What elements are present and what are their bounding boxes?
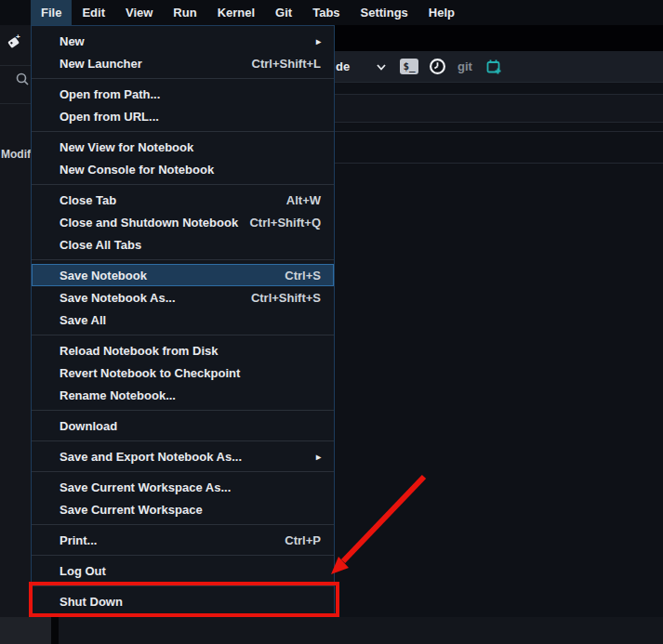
menu-item-print[interactable]: Print...Ctrl+P [32,529,334,551]
last-modified-column-header[interactable]: Modifie [1,148,32,161]
clock-icon[interactable] [429,51,446,82]
menubar-item-kernel[interactable]: Kernel [207,0,265,25]
terminal-icon[interactable]: $_ [400,51,418,82]
menu-item-shortcut: Ctrl+Shift+S [251,291,321,305]
menu-item-label: Revert Notebook to Checkpoint [60,366,240,380]
submenu-arrow-icon: ▸ [316,452,321,462]
jupyterlab-window: FileEditViewRunKernelGitTabsSettingsHelp… [0,0,663,644]
menu-item-label: Shut Down [60,595,123,609]
menu-item-label: Close Tab [60,193,116,207]
search-icon[interactable] [15,72,30,90]
menu-item-new[interactable]: New▸ [32,30,334,52]
tag-plus-icon[interactable]: + [5,33,21,54]
chevron-down-icon[interactable] [375,51,388,82]
menu-item-shut-down[interactable]: Shut Down [32,590,334,612]
menu-item-label: Open from Path... [60,87,160,101]
sidebar-boundary [51,617,59,644]
menu-item-new-console-for-notebook[interactable]: New Console for Notebook [32,158,334,180]
menu-separator [32,471,334,472]
menubar-item-edit[interactable]: Edit [72,0,115,25]
menu-item-label: Save Current Workspace [60,503,203,517]
menu-item-new-view-for-notebook[interactable]: New View for Notebook [32,136,334,158]
menubar-item-file[interactable]: File [31,0,72,25]
menubar-item-settings[interactable]: Settings [351,0,418,25]
menubar-item-tabs[interactable]: Tabs [302,0,350,25]
menu-item-label: Print... [60,533,97,547]
status-bar [59,617,663,644]
menu-item-save-notebook-as[interactable]: Save Notebook As...Ctrl+Shift+S [32,286,334,309]
left-sidebar: + Modifie [0,25,31,617]
menu-item-label: New Launcher [60,57,142,71]
menu-item-save-current-workspace-as[interactable]: Save Current Workspace As... [32,476,334,498]
git-label[interactable]: git [457,51,472,82]
menu-separator [32,410,334,411]
menu-item-shortcut: Ctrl+P [285,533,321,547]
menu-separator [32,555,334,556]
sidebar-divider [0,65,31,66]
cell-type-dropdown[interactable]: de [336,51,350,82]
status-bar-left [0,617,51,644]
menu-item-download[interactable]: Download [32,414,334,437]
menu-item-close-and-shutdown-notebook[interactable]: Close and Shutdown NotebookCtrl+Shift+Q [32,211,334,233]
menu-item-label: New Console for Notebook [60,163,214,177]
menu-separator [32,440,334,441]
sidebar-divider [0,103,31,104]
menu-item-label: Log Out [60,564,106,578]
menu-item-open-from-url[interactable]: Open from URL... [32,105,334,127]
menu-separator [32,78,334,79]
submenu-arrow-icon: ▸ [316,36,321,46]
menu-item-close-tab[interactable]: Close TabAlt+W [32,189,334,211]
menu-item-label: Rename Notebook... [60,388,176,402]
annotation-arrow-shaft [343,477,424,561]
menu-item-label: Download [60,419,117,433]
menu-item-close-all-tabs[interactable]: Close All Tabs [32,233,334,256]
menu-item-open-from-path[interactable]: Open from Path... [32,83,334,105]
menu-item-label: Save Notebook [60,269,147,283]
menu-item-label: Save and Export Notebook As... [60,450,242,464]
menu-item-label: Reload Notebook from Disk [60,344,218,358]
menu-item-label: Open from URL... [60,110,159,124]
menu-item-label: Close and Shutdown Notebook [60,216,238,230]
menu-separator [32,131,334,132]
menu-item-shortcut: Alt+W [286,193,321,207]
menu-item-label: Save All [60,313,106,327]
menu-item-save-current-workspace[interactable]: Save Current Workspace [32,498,334,520]
menu-item-shortcut: Ctrl+Shift+Q [249,216,321,230]
menu-item-label: New [60,34,85,48]
menu-item-save-all[interactable]: Save All [32,309,334,331]
menu-item-reload-notebook-from-disk[interactable]: Reload Notebook from Disk [32,339,334,361]
menu-item-rename-notebook[interactable]: Rename Notebook... [32,384,334,406]
menubar-item-help[interactable]: Help [418,0,465,25]
menu-item-log-out[interactable]: Log Out [32,559,334,582]
menubar-item-view[interactable]: View [115,0,163,25]
file-menu-panel: New▸New LauncherCtrl+Shift+LOpen from Pa… [31,25,335,617]
menu-separator [32,259,334,260]
menu-item-label: New View for Notebook [60,140,193,154]
menu-item-label: Save Notebook As... [60,291,176,305]
menu-item-shortcut: Ctrl+Shift+L [252,57,321,71]
menu-item-save-notebook[interactable]: Save NotebookCtrl+S [32,264,334,286]
menubar-item-git[interactable]: Git [265,0,302,25]
menu-item-new-launcher[interactable]: New LauncherCtrl+Shift+L [32,52,334,74]
calendar-plus-icon[interactable] [485,51,502,82]
menubar-item-run[interactable]: Run [163,0,206,25]
menu-item-label: Save Current Workspace As... [60,480,231,494]
menu-item-shortcut: Ctrl+S [285,269,321,283]
menu-item-label: Close All Tabs [60,238,141,252]
menu-separator [32,524,334,525]
svg-text:+: + [16,33,20,41]
menu-separator [32,335,334,335]
menu-item-revert-notebook-to-checkpoint[interactable]: Revert Notebook to Checkpoint [32,361,334,384]
menu-separator [32,184,334,185]
menubar: FileEditViewRunKernelGitTabsSettingsHelp [0,0,663,25]
menu-separator [32,585,334,586]
menu-item-save-and-export-notebook-as[interactable]: Save and Export Notebook As...▸ [32,445,334,467]
